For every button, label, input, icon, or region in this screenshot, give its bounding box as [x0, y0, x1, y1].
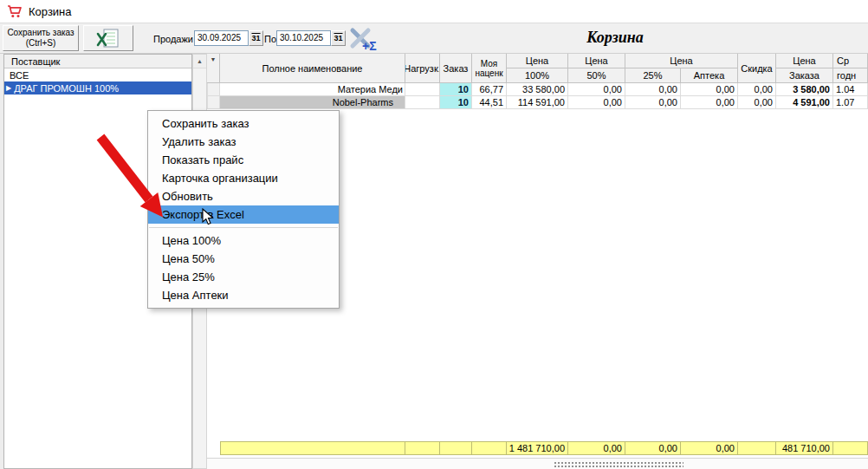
cell-name[interactable]: Материа Меди: [220, 83, 405, 96]
totals-discount-cell: [738, 441, 776, 455]
cell-load[interactable]: [405, 96, 440, 109]
col-header-markup-line2: наценк: [475, 68, 502, 78]
col-header-order-price-top: Цена: [776, 54, 833, 68]
menu-item-price-100[interactable]: Цена 100%: [148, 231, 339, 250]
cell-order[interactable]: 10: [440, 96, 472, 109]
sum-button[interactable]: +Σ: [345, 24, 379, 54]
sales-label: Продажи: [153, 34, 193, 44]
col-header-price-100-top: Цена: [507, 54, 568, 68]
cart-icon: [7, 4, 23, 18]
cell-discount[interactable]: 0,00: [738, 96, 776, 109]
menu-item-price-25[interactable]: Цена 25%: [148, 268, 339, 286]
titlebar: Корзина: [0, 0, 868, 23]
col-header-price-100-sub: 100%: [507, 68, 568, 83]
menu-item-refresh[interactable]: Обновить: [148, 187, 339, 205]
col-header-price-50-sub: 50%: [568, 68, 625, 83]
page-title: Корзина: [381, 29, 849, 47]
sidebar-item-label: ДРАГ ПРОМОШН 100%: [14, 83, 119, 94]
col-header-order: Заказ: [440, 54, 472, 83]
totals-price-pharmacy: 0,00: [681, 441, 738, 455]
col-header-price-pharmacy-sub: Аптека: [681, 68, 738, 83]
totals-price-100: 1 481 710,00: [507, 441, 568, 455]
col-header-order-price-sub: Заказа: [776, 68, 833, 83]
menu-item-show-price[interactable]: Показать прайс: [148, 151, 339, 169]
totals-price-50: 0,00: [568, 441, 625, 455]
cell-price-50[interactable]: 0,00: [568, 83, 625, 96]
row-indicator-cell: [207, 83, 220, 96]
excel-icon: [95, 28, 121, 49]
row-indicator-cell: [207, 96, 220, 109]
save-order-button[interactable]: Сохранить заказ (Ctrl+S): [3, 25, 79, 51]
current-row-icon: ▶: [6, 85, 11, 92]
col-header-load: Нагрузк.: [405, 54, 440, 83]
totals-price-25: 0,00: [625, 441, 681, 455]
export-excel-button[interactable]: [83, 25, 133, 51]
horizontal-scrollbar-thumb[interactable]: [554, 461, 683, 468]
date-from-calendar-button[interactable]: 31: [249, 30, 263, 46]
menu-item-export-excel[interactable]: Экспорт в Excel: [148, 205, 339, 224]
window-title: Корзина: [29, 5, 72, 18]
sum-icon: +Σ: [347, 25, 378, 53]
sidebar-item-drag-promotion[interactable]: ▶ ДРАГ ПРОМОШН 100%: [4, 81, 191, 94]
horizontal-scrollbar[interactable]: [207, 458, 868, 469]
menu-item-save-order[interactable]: Сохранить заказ: [148, 114, 339, 133]
supplier-column-header: Поставщик: [4, 55, 191, 68]
menu-item-price-pharmacy[interactable]: Цена Аптеки: [148, 286, 339, 304]
save-order-shortcut: (Ctrl+S): [26, 38, 56, 49]
cell-price-50[interactable]: 0,00: [568, 96, 625, 109]
date-from-field[interactable]: 30.09.2025: [194, 30, 249, 46]
svg-text:+Σ: +Σ: [362, 39, 377, 53]
cell-discount[interactable]: 0,00: [738, 83, 776, 96]
cell-name[interactable]: Nobel-Pharms: [220, 96, 405, 109]
cell-load[interactable]: [405, 83, 440, 96]
col-header-markup: Моя наценк: [472, 54, 507, 83]
cell-markup[interactable]: 44,51: [472, 96, 507, 109]
col-header-name: Полное наименование: [220, 54, 405, 83]
totals-shelf-cell: [833, 441, 868, 455]
app-window: Корзина Сохранить заказ (Ctrl+S) Продажи…: [0, 0, 868, 469]
totals-order-price: 481 710,00: [776, 441, 833, 455]
cell-price-25[interactable]: 0,00: [625, 96, 681, 109]
save-order-label: Сохранить заказ: [7, 28, 74, 38]
column-menu-icon[interactable]: ▼: [207, 54, 220, 83]
date-to-calendar-button[interactable]: 31: [331, 30, 346, 46]
cell-price-100[interactable]: 114 591,00: [507, 96, 568, 109]
totals-order-cell: [440, 441, 472, 455]
col-header-markup-line1: Моя: [481, 59, 497, 68]
menu-item-org-card[interactable]: Карточка организации: [148, 169, 339, 187]
col-header-price-group: Цена: [625, 54, 738, 68]
cell-price-pharmacy[interactable]: 0,00: [681, 96, 738, 109]
context-menu: Сохранить заказ Удалить заказ Показать п…: [147, 110, 340, 309]
to-label: По: [264, 34, 276, 44]
cell-order-price[interactable]: 4 591,00: [776, 96, 833, 109]
col-header-discount: Скидка: [738, 54, 776, 83]
menu-separator: [149, 227, 338, 228]
sidebar-item-all[interactable]: ВСЕ: [4, 68, 191, 81]
cell-order[interactable]: 10: [440, 83, 472, 96]
col-header-price-25-sub: 25%: [625, 68, 681, 83]
menu-item-delete-order[interactable]: Удалить заказ: [148, 133, 339, 151]
cell-price-100[interactable]: 33 580,00: [507, 83, 568, 96]
col-header-shelf-top: Ср: [833, 54, 868, 68]
totals-markup-cell: [472, 441, 507, 455]
cell-shelf[interactable]: 1.07: [833, 96, 868, 109]
cell-price-25[interactable]: 0,00: [625, 83, 681, 96]
totals-load-cell: [405, 441, 440, 455]
cell-price-pharmacy[interactable]: 0,00: [681, 83, 738, 96]
cell-shelf[interactable]: 1.04: [833, 83, 868, 96]
col-header-shelf-sub: годн: [833, 68, 868, 83]
totals-name-cell: [220, 441, 405, 455]
col-header-price-50-top: Цена: [568, 54, 625, 68]
toolbar: Сохранить заказ (Ctrl+S) Продажи 30.09.2…: [0, 23, 868, 54]
menu-item-price-50[interactable]: Цена 50%: [148, 250, 339, 268]
scroll-up-icon[interactable]: ▲: [193, 55, 206, 68]
date-to-field[interactable]: 30.10.2025: [276, 30, 331, 46]
cell-markup[interactable]: 66,77: [472, 83, 507, 96]
cell-order-price[interactable]: 3 580,00: [776, 83, 833, 96]
